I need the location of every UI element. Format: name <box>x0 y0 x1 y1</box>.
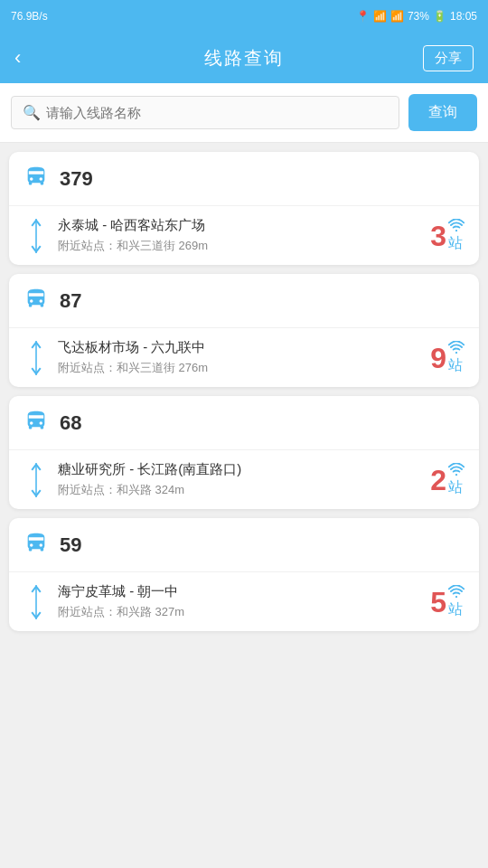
direction-icon <box>23 341 49 375</box>
station-label-wrap: 站 <box>448 219 465 253</box>
station-badge: 5 站 <box>430 585 465 619</box>
query-button[interactable]: 查询 <box>408 94 477 131</box>
bus-icon <box>23 529 49 561</box>
svg-point-5 <box>455 473 457 475</box>
route-card[interactable]: 87 飞达板材市场 - 六九联中 附近站点：和兴三道街 276m 9 <box>9 274 479 387</box>
route-detail-row: 糖业研究所 - 长江路(南直路口) 附近站点：和兴路 324m 2 站 <box>9 450 479 509</box>
route-nearby: 附近站点：和兴三道街 276m <box>58 360 421 376</box>
location-icon: 📍 <box>356 10 370 23</box>
route-number: 87 <box>60 289 81 313</box>
svg-point-1 <box>455 229 457 231</box>
wifi-icon <box>448 463 465 478</box>
search-bar: 🔍 查询 <box>0 83 488 143</box>
back-button[interactable]: ‹ <box>14 48 21 68</box>
status-speed: 76.9B/s <box>11 10 48 23</box>
direction-icon <box>23 585 49 619</box>
route-info: 海宁皮革城 - 朝一中 附近站点：和兴路 327m <box>58 583 421 620</box>
share-button[interactable]: 分享 <box>423 45 474 71</box>
station-badge: 2 站 <box>430 463 465 497</box>
route-number-row: 68 <box>9 396 479 450</box>
station-number: 2 <box>430 466 446 495</box>
route-card[interactable]: 59 海宁皮革城 - 朝一中 附近站点：和兴路 327m 5 <box>9 518 479 631</box>
station-label: 站 <box>448 234 463 253</box>
station-badge: 9 站 <box>430 341 465 375</box>
route-path: 飞达板材市场 - 六九联中 <box>58 339 421 356</box>
route-card[interactable]: 379 永泰城 - 哈西客站东广场 附近站点：和兴三道街 269m 3 <box>9 152 479 265</box>
search-input[interactable] <box>46 105 388 120</box>
status-right: 📍 📶 📶 73% 🔋 18:05 <box>356 10 477 23</box>
route-number-row: 379 <box>9 152 479 206</box>
station-number: 9 <box>430 344 446 373</box>
station-number: 5 <box>430 588 446 617</box>
wifi-icon <box>448 341 465 356</box>
station-label: 站 <box>448 478 463 497</box>
station-label-wrap: 站 <box>448 341 465 375</box>
svg-point-3 <box>455 351 457 353</box>
search-input-wrap[interactable]: 🔍 <box>11 96 399 129</box>
station-label: 站 <box>448 600 463 619</box>
page-title: 线路查询 <box>204 46 284 71</box>
status-bar: 76.9B/s 📍 📶 📶 73% 🔋 18:05 <box>0 0 488 33</box>
signal-icon: 📶 <box>373 10 387 23</box>
route-nearby: 附近站点：和兴路 324m <box>58 482 421 498</box>
route-path: 海宁皮革城 - 朝一中 <box>58 583 421 600</box>
bus-icon <box>23 285 49 316</box>
route-info: 永泰城 - 哈西客站东广场 附近站点：和兴三道街 269m <box>58 217 421 254</box>
route-path: 永泰城 - 哈西客站东广场 <box>58 217 421 234</box>
clock: 18:05 <box>450 10 477 23</box>
station-number: 3 <box>430 222 446 250</box>
route-detail-row: 飞达板材市场 - 六九联中 附近站点：和兴三道街 276m 9 站 <box>9 328 479 387</box>
battery-icon: 🔋 <box>433 10 446 23</box>
route-nearby: 附近站点：和兴三道街 269m <box>58 238 421 254</box>
station-label-wrap: 站 <box>448 463 465 497</box>
route-detail-row: 海宁皮革城 - 朝一中 附近站点：和兴路 327m 5 站 <box>9 572 479 631</box>
route-number: 59 <box>60 533 81 557</box>
route-card[interactable]: 68 糖业研究所 - 长江路(南直路口) 附近站点：和兴路 324m 2 <box>9 396 479 509</box>
station-label: 站 <box>448 356 463 375</box>
signal-icon2: 📶 <box>390 10 404 23</box>
route-nearby: 附近站点：和兴路 327m <box>58 604 421 620</box>
route-number: 68 <box>60 411 81 435</box>
search-icon: 🔍 <box>23 104 41 121</box>
battery-level: 73% <box>408 10 429 23</box>
direction-icon <box>23 463 49 497</box>
header: ‹ 线路查询 分享 <box>0 33 488 83</box>
wifi-icon <box>448 585 465 600</box>
route-detail-row: 永泰城 - 哈西客站东广场 附近站点：和兴三道街 269m 3 站 <box>9 206 479 265</box>
bus-icon <box>23 407 49 439</box>
station-label-wrap: 站 <box>448 585 465 619</box>
station-badge: 3 站 <box>430 219 465 253</box>
direction-icon <box>23 219 49 253</box>
route-info: 糖业研究所 - 长江路(南直路口) 附近站点：和兴路 324m <box>58 461 421 498</box>
route-path: 糖业研究所 - 长江路(南直路口) <box>58 461 421 478</box>
route-info: 飞达板材市场 - 六九联中 附近站点：和兴三道街 276m <box>58 339 421 376</box>
svg-point-7 <box>455 595 457 597</box>
wifi-icon <box>448 219 465 234</box>
bus-icon <box>23 163 49 194</box>
route-list: 379 永泰城 - 哈西客站东广场 附近站点：和兴三道街 269m 3 <box>0 143 488 640</box>
route-number-row: 87 <box>9 274 479 328</box>
route-number-row: 59 <box>9 518 479 572</box>
route-number: 379 <box>60 167 93 191</box>
